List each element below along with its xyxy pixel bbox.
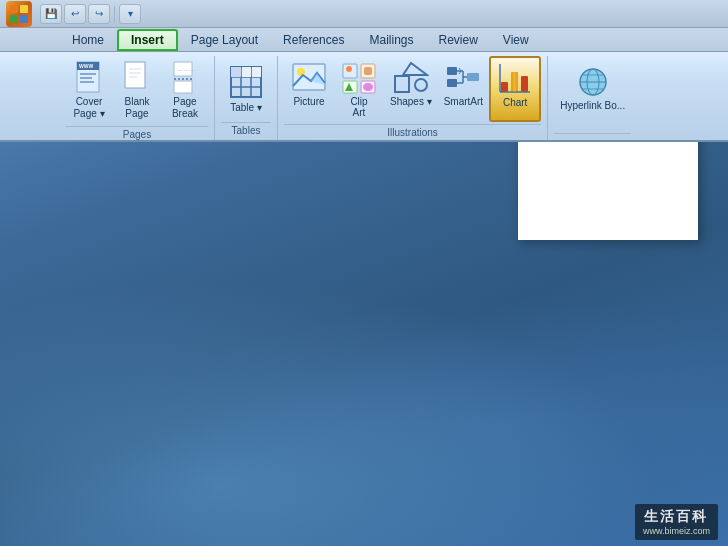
group-tables: Table ▾ Tables — [215, 56, 278, 140]
chart-label: Chart — [503, 97, 527, 108]
links-items: Hyperlink Bo... — [554, 56, 631, 131]
svg-marker-37 — [403, 63, 427, 75]
ribbon-tabs: Home Insert Page Layout References Maili… — [0, 28, 728, 52]
background-wave — [0, 246, 728, 546]
svg-rect-45 — [467, 73, 479, 81]
svg-rect-36 — [395, 76, 409, 92]
shapes-icon — [392, 60, 430, 96]
table-label: Table ▾ — [230, 102, 262, 114]
svg-rect-7 — [80, 77, 92, 79]
svg-text:— — —: — — — — [177, 67, 195, 73]
svg-point-35 — [363, 83, 373, 91]
chart-button[interactable]: Chart — [489, 56, 541, 122]
tables-items: Table ▾ — [221, 56, 271, 120]
watermark-url: www.bimeiz.com — [643, 526, 710, 536]
svg-rect-8 — [80, 81, 94, 83]
blank-page-label: BlankPage — [124, 96, 149, 120]
table-icon — [228, 64, 264, 100]
svg-rect-40 — [447, 79, 457, 87]
svg-rect-0 — [10, 5, 18, 13]
cover-page-label: CoverPage ▾ — [73, 96, 104, 120]
svg-text:WWW: WWW — [79, 63, 93, 69]
hyperlink-icon — [574, 64, 612, 100]
quick-access-toolbar: 💾 ↩ ↪ ▾ — [40, 4, 141, 24]
watermark: 生活百科 www.bimeiz.com — [635, 504, 718, 540]
tab-home[interactable]: Home — [60, 29, 116, 51]
tab-view[interactable]: View — [491, 29, 541, 51]
page-break-button[interactable]: — — — PageBreak — [162, 56, 208, 124]
office-logo[interactable] — [6, 1, 32, 27]
svg-rect-25 — [242, 67, 251, 77]
tab-insert[interactable]: Insert — [117, 29, 178, 51]
save-button[interactable]: 💾 — [40, 4, 62, 24]
clip-art-button[interactable]: ClipArt — [334, 56, 384, 122]
title-bar: 💾 ↩ ↪ ▾ — [0, 0, 728, 28]
picture-label: Picture — [293, 96, 324, 107]
illustrations-group-label: Illustrations — [284, 124, 541, 142]
svg-rect-39 — [447, 67, 457, 75]
svg-rect-24 — [231, 67, 241, 77]
clip-art-label: ClipArt — [350, 96, 367, 118]
shapes-button[interactable]: Shapes ▾ — [384, 56, 438, 122]
pages-group-label: Pages — [66, 126, 208, 144]
tab-page-layout[interactable]: Page Layout — [179, 29, 270, 51]
svg-rect-17 — [174, 81, 192, 93]
tab-review[interactable]: Review — [426, 29, 489, 51]
svg-rect-3 — [20, 15, 28, 23]
ribbon-content: WWW CoverPage ▾ BlankPage — [0, 52, 728, 142]
smartart-icon — [444, 60, 482, 96]
watermark-text: 生活百科 — [644, 508, 708, 526]
separator — [114, 6, 115, 22]
tab-references[interactable]: References — [271, 29, 356, 51]
svg-point-30 — [346, 66, 352, 72]
undo-button[interactable]: ↩ — [64, 4, 86, 24]
svg-rect-1 — [20, 5, 28, 13]
svg-rect-2 — [10, 15, 18, 23]
page-break-icon: — — — — [168, 60, 202, 96]
svg-rect-48 — [521, 76, 528, 92]
redo-button[interactable]: ↪ — [88, 4, 110, 24]
svg-rect-10 — [125, 62, 145, 88]
cover-page-button[interactable]: WWW CoverPage ▾ — [66, 56, 112, 124]
svg-rect-6 — [80, 73, 96, 75]
svg-rect-46 — [501, 82, 508, 92]
svg-rect-51 — [513, 72, 516, 92]
blank-page-button[interactable]: BlankPage — [114, 56, 160, 124]
group-illustrations: Picture ClipArt — [278, 56, 548, 140]
hyperlink-label: Hyperlink Bo... — [560, 100, 625, 111]
illustrations-items: Picture ClipArt — [284, 56, 541, 122]
shapes-label: Shapes ▾ — [390, 96, 432, 107]
clip-art-icon — [340, 60, 378, 96]
customize-button[interactable]: ▾ — [119, 4, 141, 24]
chart-icon — [496, 61, 534, 97]
smartart-button[interactable]: SmartArt — [438, 56, 489, 122]
smartart-label: SmartArt — [444, 96, 483, 107]
pages-items: WWW CoverPage ▾ BlankPage — [66, 56, 208, 124]
hyperlink-button[interactable]: Hyperlink Bo... — [554, 60, 631, 115]
picture-icon — [290, 60, 328, 96]
tables-group-label: Tables — [221, 122, 271, 140]
table-button[interactable]: Table ▾ — [221, 60, 271, 118]
picture-button[interactable]: Picture — [284, 56, 334, 122]
group-links: Hyperlink Bo... — [548, 56, 633, 140]
blank-page-icon — [120, 60, 154, 96]
svg-point-38 — [415, 79, 427, 91]
page-break-label: PageBreak — [172, 96, 198, 120]
links-group-label — [554, 133, 631, 140]
tab-mailings[interactable]: Mailings — [357, 29, 425, 51]
svg-rect-26 — [252, 67, 261, 77]
svg-rect-32 — [364, 67, 372, 75]
group-pages: WWW CoverPage ▾ BlankPage — [60, 56, 215, 140]
cover-page-icon: WWW — [72, 60, 106, 96]
